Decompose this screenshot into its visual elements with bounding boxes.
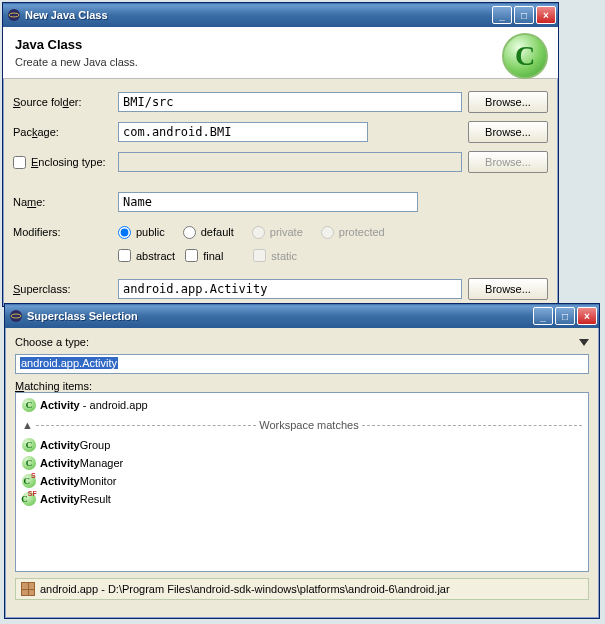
choose-type-label: Choose a type: bbox=[15, 336, 89, 348]
modifier-public-radio[interactable]: public bbox=[118, 226, 165, 239]
superclass-selection-window: Superclass Selection _ □ × Choose a type… bbox=[4, 303, 600, 619]
eclipse-icon bbox=[9, 309, 23, 323]
workspace-matches-separator: ▲ Workspace matches bbox=[22, 416, 582, 434]
browse-enclosing-button: Browse... bbox=[468, 151, 548, 173]
modifier-abstract-checkbox[interactable]: abstract bbox=[118, 249, 175, 262]
type-search-input[interactable]: android.app.Activity bbox=[15, 354, 589, 374]
static-final-class-icon: CSF bbox=[22, 492, 36, 506]
list-item[interactable]: C ActivityGroup bbox=[22, 436, 582, 454]
package-input[interactable] bbox=[118, 122, 368, 142]
maximize-button[interactable]: □ bbox=[555, 307, 575, 325]
list-item[interactable]: CS ActivityMonitor bbox=[22, 472, 582, 490]
package-icon bbox=[21, 582, 35, 596]
scroll-up-icon: ▲ bbox=[22, 416, 33, 434]
new-java-class-window: New Java Class _ □ × Java Class Create a… bbox=[2, 2, 559, 307]
modifier-default-radio[interactable]: default bbox=[183, 226, 234, 239]
superclass-input[interactable] bbox=[118, 279, 462, 299]
modifier-protected-radio: protected bbox=[321, 226, 385, 239]
titlebar-2[interactable]: Superclass Selection _ □ × bbox=[5, 304, 599, 328]
maximize-button[interactable]: □ bbox=[514, 6, 534, 24]
name-label: Name: bbox=[13, 196, 118, 208]
superclass-label: Superclass: bbox=[13, 283, 118, 295]
modifier-static-checkbox: static bbox=[253, 249, 297, 262]
titlebar-1[interactable]: New Java Class _ □ × bbox=[3, 3, 558, 27]
minimize-button[interactable]: _ bbox=[533, 307, 553, 325]
browse-superclass-button[interactable]: Browse... bbox=[468, 278, 548, 300]
class-icon: C bbox=[502, 33, 548, 79]
matching-items-label: Matching items: bbox=[15, 380, 589, 392]
dialog-header: Java Class Create a new Java class. C bbox=[3, 27, 558, 79]
modifier-private-radio: private bbox=[252, 226, 303, 239]
dialog-subtitle: Create a new Java class. bbox=[15, 56, 498, 68]
browse-source-button[interactable]: Browse... bbox=[468, 91, 548, 113]
list-item[interactable]: CSF ActivityResult bbox=[22, 490, 582, 508]
dropdown-toggle-icon[interactable] bbox=[579, 339, 589, 346]
class-icon: C bbox=[22, 438, 36, 452]
modifier-final-checkbox[interactable]: final bbox=[185, 249, 223, 262]
list-item[interactable]: C Activity - android.app bbox=[22, 396, 582, 414]
selection-path-text: android.app - D:\Program Files\android-s… bbox=[40, 583, 450, 595]
close-button[interactable]: × bbox=[536, 6, 556, 24]
enclosing-type-input bbox=[118, 152, 462, 172]
name-input[interactable] bbox=[118, 192, 418, 212]
browse-package-button[interactable]: Browse... bbox=[468, 121, 548, 143]
svg-point-0 bbox=[8, 9, 20, 21]
matching-items-list[interactable]: C Activity - android.app ▲ Workspace mat… bbox=[15, 392, 589, 572]
package-label: Package: bbox=[13, 126, 118, 138]
list-item[interactable]: C ActivityManager bbox=[22, 454, 582, 472]
source-folder-label: Source folder: bbox=[13, 96, 118, 108]
eclipse-icon bbox=[7, 8, 21, 22]
source-folder-input[interactable] bbox=[118, 92, 462, 112]
window-title-1: New Java Class bbox=[25, 9, 492, 21]
window-title-2: Superclass Selection bbox=[27, 310, 533, 322]
enclosing-type-checkbox[interactable]: Enclosing type: bbox=[13, 156, 118, 169]
class-icon: C bbox=[22, 398, 36, 412]
minimize-button[interactable]: _ bbox=[492, 6, 512, 24]
svg-point-2 bbox=[10, 310, 22, 322]
dialog-title: Java Class bbox=[15, 37, 498, 52]
close-button[interactable]: × bbox=[577, 307, 597, 325]
modifiers-label: Modifiers: bbox=[13, 226, 118, 238]
selection-path-bar: android.app - D:\Program Files\android-s… bbox=[15, 578, 589, 600]
